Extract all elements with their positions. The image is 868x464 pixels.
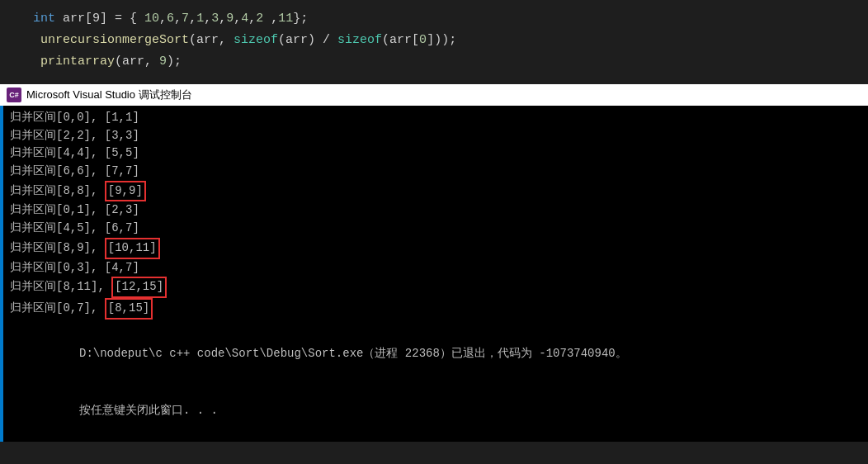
code-arr-decl: arr[9] = { [55, 9, 144, 29]
num-9: 9 [159, 52, 167, 72]
console-titlebar: C# Microsoft Visual Studio 调试控制台 [0, 84, 868, 106]
num-0: 0 [419, 31, 427, 50]
space-comma: , [263, 9, 278, 29]
console-output[interactable]: 归并区间[0,0], [1,1] 归并区间[2,2], [3,3] 归并区间[4… [0, 106, 868, 442]
kw-int: int [33, 9, 55, 29]
blue-accent [0, 106, 3, 442]
console-line-3: 归并区间[4,4], [5,5] [10, 144, 861, 163]
comma2: , [174, 9, 182, 29]
console-line-7: 归并区间[4,5], [6,7] [10, 220, 861, 238]
app-container: int arr[9] = { 10 , 6 , 7 , 1 , 3 , 9 , … [0, 0, 868, 464]
paren-open: (arr, [189, 31, 234, 50]
highlight-10-11: [10,11] [105, 238, 160, 259]
paren-close: ])); [427, 31, 456, 50]
num-6: 6 [167, 9, 174, 29]
console-line-9: 归并区间[0,3], [4,7] [10, 259, 861, 277]
num-1: 1 [196, 9, 204, 29]
comma7: , [248, 9, 256, 29]
sizeof1: sizeof [234, 31, 278, 50]
console-line-11: 归并区间[0,7], [8,15] [10, 298, 861, 320]
exit-text-1: D:\nodeput\c c++ code\Sort\Debug\Sort.ex… [79, 347, 627, 360]
comma5: , [219, 9, 226, 29]
semi: ); [167, 52, 182, 72]
fn-unrecursion: unrecursionmergeSort [33, 31, 189, 50]
console-line-10: 归并区间[8,11], [12,15] [10, 277, 861, 298]
highlight-12-15: [12,15] [111, 277, 167, 298]
sizeof2-arg: (arr[ [382, 31, 419, 50]
sizeof1-arg: (arr) / [278, 31, 337, 50]
num-11: 11 [278, 9, 293, 29]
sizeof2: sizeof [337, 31, 382, 50]
num-10: 10 [144, 9, 159, 29]
brace-close: }; [293, 9, 308, 29]
console-line-5: 归并区间[8,8], [9,9] [10, 181, 861, 202]
comma4: , [204, 9, 211, 29]
exit-text-2: 按任意键关闭此窗口. . . [79, 404, 218, 417]
num-7: 7 [182, 9, 189, 29]
vs-icon: C# [7, 88, 21, 102]
highlight-8-15: [8,15] [105, 298, 153, 320]
code-editor: int arr[9] = { 10 , 6 , 7 , 1 , 3 , 9 , … [0, 0, 868, 79]
exit-line-1: D:\nodeput\c c++ code\Sort\Debug\Sort.ex… [10, 324, 861, 381]
printarray-args: (arr, [115, 52, 159, 72]
console-line-2: 归并区间[2,2], [3,3] [10, 127, 861, 145]
code-line-1: int arr[9] = { 10 , 6 , 7 , 1 , 3 , 9 , … [0, 8, 868, 30]
fn-printarray: printarray [33, 52, 115, 72]
num-2: 2 [256, 9, 263, 29]
comma1: , [159, 9, 167, 29]
console-line-1: 归并区间[0,0], [1,1] [10, 109, 861, 127]
console-line-6: 归并区间[0,1], [2,3] [10, 201, 861, 220]
console-panel: C# Microsoft Visual Studio 调试控制台 归并区间[0,… [0, 84, 868, 442]
console-title: Microsoft Visual Studio 调试控制台 [26, 88, 192, 102]
console-line-8: 归并区间[8,9], [10,11] [10, 238, 861, 259]
num-9: 9 [226, 9, 234, 29]
comma3: , [189, 9, 196, 29]
code-line-3: printarray (arr, 9 ); [0, 51, 868, 73]
code-line-2: unrecursionmergeSort (arr, sizeof (arr) … [0, 30, 868, 51]
num-3: 3 [211, 9, 219, 29]
highlight-9-9: [9,9] [105, 181, 146, 202]
comma6: , [234, 9, 241, 29]
console-line-4: 归并区间[6,6], [7,7] [10, 163, 861, 181]
exit-line-2: 按任意键关闭此窗口. . . [10, 381, 861, 438]
vs-icon-text: C# [9, 91, 19, 99]
num-4: 4 [241, 9, 248, 29]
